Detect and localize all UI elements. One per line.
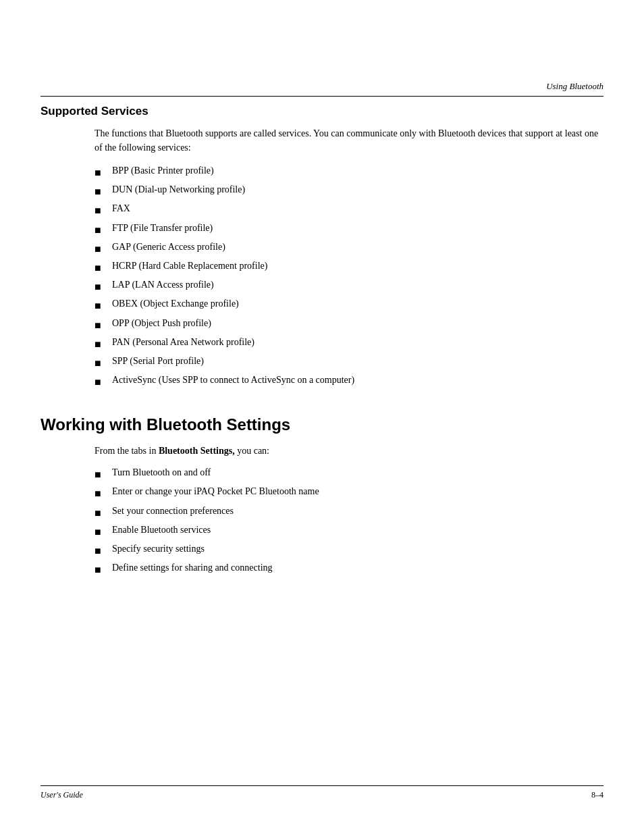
bullet-icon: ■	[95, 373, 107, 391]
bullet-icon: ■	[95, 523, 107, 541]
list-item-text: FAX	[112, 201, 130, 217]
from-tabs-prefix: From the tabs in	[95, 446, 159, 456]
working-bluetooth-title: Working with Bluetooth Settings	[41, 415, 603, 434]
list-item-text: HCRP (Hard Cable Replacement profile)	[112, 258, 267, 274]
bullet-icon: ■	[95, 240, 107, 258]
list-item: ■ActiveSync (Uses SPP to connect to Acti…	[95, 372, 603, 391]
section-working-bluetooth: Working with Bluetooth Settings From the…	[41, 415, 603, 579]
list-item: ■OPP (Object Push profile)	[95, 315, 603, 334]
footer-left: User's Guide	[41, 790, 83, 800]
header-title: Using Bluetooth	[546, 81, 603, 92]
list-item: ■Enter or change your iPAQ Pocket PC Blu…	[95, 484, 603, 502]
list-item: ■OBEX (Object Exchange profile)	[95, 296, 603, 315]
list-item: ■BPP (Basic Printer profile)	[95, 163, 603, 182]
from-tabs-suffix: you can:	[235, 446, 269, 456]
bullet-icon: ■	[95, 335, 107, 353]
list-item-text: SPP (Serial Port profile)	[112, 353, 204, 369]
list-item: ■Enable Bluetooth services	[95, 522, 603, 541]
list-item-text: Enable Bluetooth services	[112, 522, 211, 538]
bullet-icon: ■	[95, 163, 107, 182]
list-item-text: Specify security settings	[112, 541, 205, 557]
list-item: ■Turn Bluetooth on and off	[95, 465, 603, 484]
list-item: ■Set your connection preferences	[95, 503, 603, 522]
bullet-icon: ■	[95, 561, 107, 579]
page-footer: User's Guide 8–4	[41, 785, 603, 800]
page-header: Using Bluetooth	[41, 81, 603, 97]
bullet-icon: ■	[95, 278, 107, 296]
list-item-text: PAN (Personal Area Network profile)	[112, 334, 254, 350]
list-item-text: Define settings for sharing and connecti…	[112, 560, 273, 576]
bullet-icon: ■	[95, 354, 107, 372]
list-item: ■DUN (Dial-up Networking profile)	[95, 182, 603, 201]
bullet-icon: ■	[95, 465, 107, 484]
bullet-icon: ■	[95, 542, 107, 560]
from-tabs-text: From the tabs in Bluetooth Settings, you…	[95, 444, 603, 458]
bullet-icon: ■	[95, 182, 107, 201]
list-item: ■PAN (Personal Area Network profile)	[95, 334, 603, 353]
list-item-text: Turn Bluetooth on and off	[112, 465, 211, 481]
supported-services-intro: The functions that Bluetooth supports ar…	[95, 126, 603, 155]
list-item-text: OPP (Object Push profile)	[112, 315, 211, 332]
content-area: Supported Services The functions that Bl…	[41, 105, 603, 753]
bullet-icon: ■	[95, 484, 107, 502]
list-item-text: Enter or change your iPAQ Pocket PC Blue…	[112, 484, 319, 500]
list-item: ■Specify security settings	[95, 541, 603, 560]
working-bluetooth-list: ■Turn Bluetooth on and off■Enter or chan…	[95, 465, 603, 579]
page: Using Bluetooth Supported Services The f…	[0, 0, 644, 834]
list-item-text: FTP (File Transfer profile)	[112, 220, 213, 236]
list-item: ■Define settings for sharing and connect…	[95, 560, 603, 579]
bullet-icon: ■	[95, 296, 107, 315]
list-item-text: OBEX (Object Exchange profile)	[112, 296, 239, 312]
bullet-icon: ■	[95, 201, 107, 219]
section-supported-services: Supported Services The functions that Bl…	[41, 105, 603, 391]
list-item-text: LAP (LAN Access profile)	[112, 277, 214, 293]
supported-services-list: ■BPP (Basic Printer profile)■DUN (Dial-u…	[95, 163, 603, 391]
list-item: ■FTP (File Transfer profile)	[95, 220, 603, 239]
footer-right: 8–4	[591, 790, 603, 800]
list-item: ■LAP (LAN Access profile)	[95, 277, 603, 296]
list-item-text: BPP (Basic Printer profile)	[112, 163, 214, 179]
list-item: ■GAP (Generic Access profile)	[95, 239, 603, 258]
bullet-icon: ■	[95, 316, 107, 334]
list-item-text: ActiveSync (Uses SPP to connect to Activ…	[112, 372, 354, 388]
from-tabs-bold: Bluetooth Settings,	[159, 446, 235, 456]
list-item: ■SPP (Serial Port profile)	[95, 353, 603, 372]
list-item: ■FAX	[95, 201, 603, 219]
bullet-icon: ■	[95, 259, 107, 277]
bullet-icon: ■	[95, 504, 107, 522]
list-item-text: Set your connection preferences	[112, 503, 234, 519]
list-item: ■HCRP (Hard Cable Replacement profile)	[95, 258, 603, 277]
list-item-text: GAP (Generic Access profile)	[112, 239, 225, 255]
list-item-text: DUN (Dial-up Networking profile)	[112, 182, 245, 198]
supported-services-title: Supported Services	[41, 105, 603, 118]
bullet-icon: ■	[95, 221, 107, 239]
